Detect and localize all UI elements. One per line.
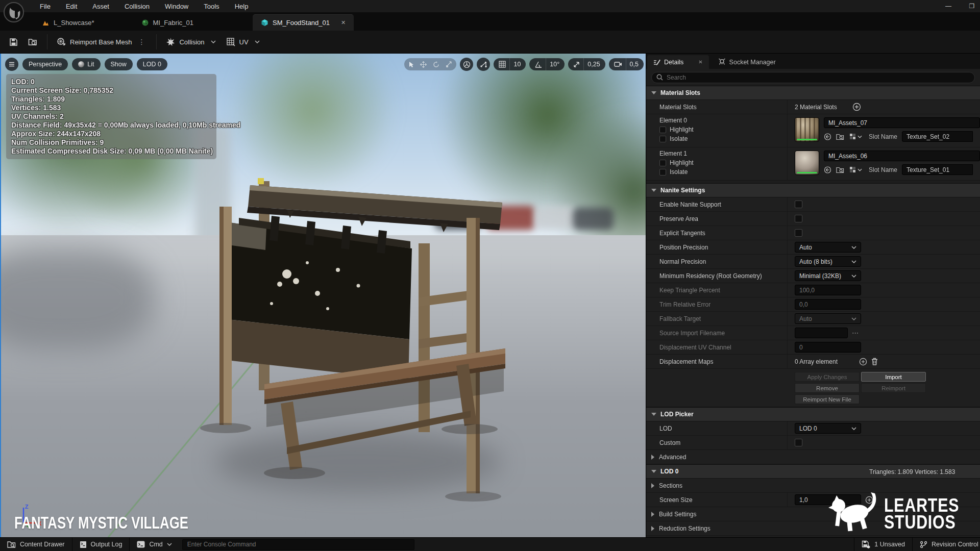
slot-name-input[interactable]: Texture_Set_02 <box>902 131 973 142</box>
rotate-tool-icon[interactable] <box>433 61 439 68</box>
menu-help[interactable]: Help <box>229 1 255 12</box>
tab-l-showcase[interactable]: L_Showcase* <box>34 14 103 31</box>
advanced-row[interactable]: Advanced <box>646 450 980 464</box>
position-precision-dropdown[interactable]: Auto <box>795 242 861 253</box>
stat-distance-field: Distance Field: 49x35x42 = 0,00Mb always… <box>11 121 211 130</box>
console-command-input[interactable]: Enter Console Command <box>182 539 414 550</box>
scale-snap-value[interactable]: 0,25 <box>584 61 605 68</box>
grid-snap-value[interactable]: 10 <box>510 61 526 68</box>
rotation-snap-value[interactable]: 10° <box>546 61 565 68</box>
lod-picker-header[interactable]: LOD Picker <box>646 407 980 421</box>
camera-speed-value[interactable]: 0,5 <box>626 61 644 68</box>
tab-details[interactable]: Details ✕ <box>647 55 709 69</box>
menu-collision[interactable]: Collision <box>118 1 156 12</box>
remove-button[interactable]: Remove <box>795 383 860 393</box>
menu-window[interactable]: Window <box>159 1 194 12</box>
menu-tools[interactable]: Tools <box>198 1 225 12</box>
reimport-button[interactable]: Reimport <box>861 383 926 393</box>
material-asset-picker[interactable]: MI_Assets_06 <box>824 151 980 161</box>
tab-socket-manager[interactable]: Socket Manager <box>712 55 782 69</box>
slot-name-input[interactable]: Texture_Set_01 <box>902 164 973 175</box>
material-instance-icon <box>141 19 149 27</box>
viewport-options-button[interactable] <box>5 58 18 71</box>
close-tab-icon[interactable]: ✕ <box>341 19 346 26</box>
save-button[interactable] <box>4 35 23 49</box>
highlight-checkbox[interactable] <box>659 160 666 166</box>
grid-snap-control[interactable]: 10 <box>494 58 526 70</box>
add-array-element-icon[interactable] <box>859 358 867 366</box>
import-button[interactable]: Import <box>861 372 926 382</box>
highlight-checkbox[interactable] <box>659 127 666 133</box>
material-options-button[interactable] <box>849 166 862 173</box>
search-input[interactable]: Search <box>651 72 975 83</box>
rotation-snap-control[interactable]: 10° <box>529 58 565 70</box>
perspective-button[interactable]: Perspective <box>22 58 68 70</box>
camera-speed-control[interactable]: 0,5 <box>609 58 644 70</box>
clear-array-icon[interactable] <box>871 358 878 365</box>
lod-dropdown[interactable]: LOD 0 <box>795 423 861 434</box>
select-tool-icon[interactable] <box>408 61 414 68</box>
material-slots-header[interactable]: Material Slots <box>646 86 980 100</box>
material-thumbnail[interactable] <box>795 151 819 175</box>
custom-checkbox[interactable] <box>795 439 802 446</box>
tab-sm-foodstand[interactable]: SM_FoodStand_01 ✕ <box>253 14 354 31</box>
sections-row[interactable]: Sections <box>646 479 980 493</box>
scale-snap-control[interactable]: 0,25 <box>568 58 605 70</box>
uv-grid-icon <box>226 37 235 46</box>
nanite-settings-header[interactable]: Nanite Settings <box>646 183 980 197</box>
trim-relative-error-input[interactable]: 0,0 <box>795 299 861 310</box>
lod-button[interactable]: LOD 0 <box>137 58 167 70</box>
browse-to-asset-button[interactable] <box>23 35 43 49</box>
minimize-button[interactable]: — <box>943 3 953 10</box>
restore-button[interactable]: ❐ <box>967 3 977 10</box>
surface-snapping-button[interactable] <box>477 58 490 71</box>
menu-asset[interactable]: Asset <box>86 1 115 12</box>
reimport-options-icon[interactable]: ⋮ <box>136 38 147 46</box>
use-selected-asset-icon[interactable] <box>824 166 831 173</box>
apply-changes-button[interactable]: Apply Changes <box>795 372 860 382</box>
stat-uv-channels: UV Channels: 2 <box>11 112 211 121</box>
browse-to-material-icon[interactable] <box>836 133 845 140</box>
scale-tool-icon[interactable] <box>446 61 452 68</box>
move-tool-icon[interactable] <box>420 61 427 68</box>
source-import-filename-input[interactable] <box>795 328 848 338</box>
minimum-residency-dropdown[interactable]: Minimal (32KB) <box>795 270 861 281</box>
stat-vertices: Vertices: 1.583 <box>11 104 211 112</box>
close-details-tab-icon[interactable]: ✕ <box>698 59 702 65</box>
reimport-new-file-button[interactable]: Reimport New File <box>795 394 860 404</box>
menu-file[interactable]: File <box>34 1 57 12</box>
revision-control-button[interactable]: Revision Control <box>913 538 980 551</box>
menu-edit[interactable]: Edit <box>60 1 83 12</box>
browse-file-icon[interactable]: ⋯ <box>852 329 859 337</box>
browse-to-material-icon[interactable] <box>836 166 845 173</box>
displacement-uv-channel-input[interactable]: 0 <box>795 342 861 353</box>
use-selected-asset-icon[interactable] <box>824 133 831 140</box>
material-valid-bar <box>797 139 817 140</box>
lod0-header[interactable]: LOD 0 Triangles: 1.809 Vertices: 1.583 <box>646 464 980 479</box>
content-drawer-button[interactable]: Content Drawer <box>0 538 72 551</box>
tab-mi-fabric[interactable]: MI_Fabric_01 <box>133 14 202 31</box>
material-thumbnail[interactable] <box>795 117 819 142</box>
preserve-area-checkbox[interactable] <box>795 215 802 222</box>
lit-mode-button[interactable]: Lit <box>72 58 100 70</box>
output-log-button[interactable]: Output Log <box>72 538 130 551</box>
isolate-checkbox[interactable] <box>659 169 666 176</box>
add-material-slot-icon[interactable] <box>852 103 861 111</box>
enable-nanite-checkbox[interactable] <box>795 201 802 208</box>
uv-menu-button[interactable]: UV <box>221 34 265 49</box>
3d-viewport[interactable]: Perspective Lit Show LOD 0 <box>0 54 646 537</box>
keep-triangle-percent-input[interactable]: 100,0 <box>795 285 861 295</box>
material-asset-picker[interactable]: MI_Assets_07 <box>824 117 980 128</box>
collision-menu-button[interactable]: Collision <box>161 34 220 49</box>
world-coordinate-button[interactable] <box>460 58 473 71</box>
show-menu-button[interactable]: Show <box>105 58 133 70</box>
isolate-checkbox[interactable] <box>659 136 666 142</box>
material-options-button[interactable] <box>849 133 862 140</box>
unreal-editor-window: File Edit Asset Collision Window Tools H… <box>0 0 980 551</box>
unsaved-assets-button[interactable]: 1 Unsaved <box>854 538 912 551</box>
normal-precision-dropdown[interactable]: Auto (8 bits) <box>795 256 861 267</box>
reimport-base-mesh-button[interactable]: Reimport Base Mesh ⋮ <box>52 34 152 49</box>
cmd-selector[interactable]: Cmd <box>130 538 179 551</box>
explicit-tangents-checkbox[interactable] <box>795 229 802 237</box>
fallback-target-dropdown[interactable]: Auto <box>795 313 861 324</box>
